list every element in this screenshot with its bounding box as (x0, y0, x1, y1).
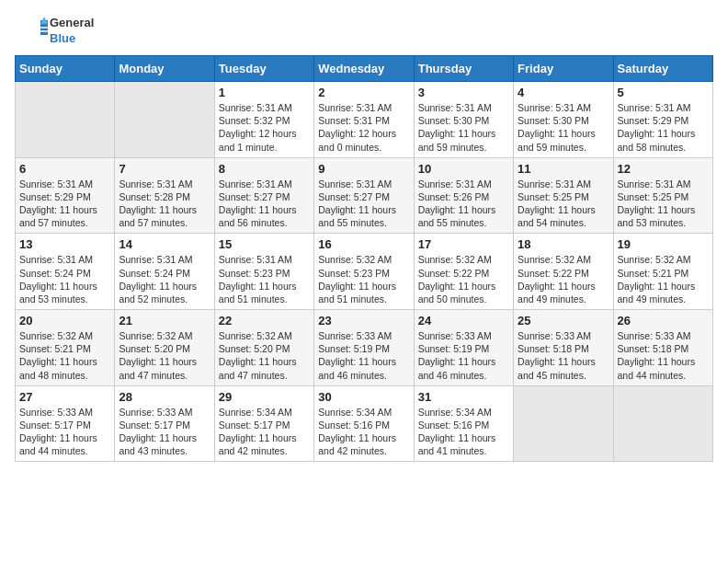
day-number: 5 (618, 86, 709, 99)
day-number: 4 (518, 86, 609, 99)
calendar-cell: 27Sunrise: 5:33 AM Sunset: 5:17 PM Dayli… (16, 385, 115, 462)
day-number: 8 (219, 162, 310, 176)
day-number: 19 (618, 237, 709, 251)
calendar-week-row: 20Sunrise: 5:32 AM Sunset: 5:21 PM Dayli… (16, 310, 713, 386)
calendar-cell: 16Sunrise: 5:32 AM Sunset: 5:23 PM Dayli… (314, 234, 414, 310)
day-info: Sunrise: 5:34 AM Sunset: 5:16 PM Dayligh… (418, 406, 509, 458)
day-number: 21 (119, 314, 210, 327)
day-number: 18 (518, 237, 609, 251)
day-info: Sunrise: 5:32 AM Sunset: 5:20 PM Dayligh… (119, 329, 210, 382)
calendar-cell: 31Sunrise: 5:34 AM Sunset: 5:16 PM Dayli… (414, 385, 513, 462)
calendar-cell: 15Sunrise: 5:31 AM Sunset: 5:23 PM Dayli… (214, 234, 313, 310)
calendar-cell (514, 385, 613, 462)
calendar-cell: 20Sunrise: 5:32 AM Sunset: 5:21 PM Dayli… (16, 310, 115, 386)
logo: General Blue (15, 15, 94, 48)
logo-blue-text: Blue (50, 31, 94, 47)
day-number: 25 (518, 314, 609, 327)
day-info: Sunrise: 5:31 AM Sunset: 5:25 PM Dayligh… (618, 178, 709, 230)
day-info: Sunrise: 5:31 AM Sunset: 5:29 PM Dayligh… (19, 178, 110, 230)
calendar-cell: 23Sunrise: 5:33 AM Sunset: 5:19 PM Dayli… (314, 310, 414, 386)
day-info: Sunrise: 5:32 AM Sunset: 5:20 PM Dayligh… (219, 329, 310, 382)
calendar-cell: 22Sunrise: 5:32 AM Sunset: 5:20 PM Dayli… (214, 310, 313, 386)
weekday-header-tuesday: Tuesday (214, 56, 313, 82)
day-number: 23 (318, 314, 409, 327)
day-number: 16 (318, 237, 409, 251)
calendar-week-row: 27Sunrise: 5:33 AM Sunset: 5:17 PM Dayli… (16, 385, 713, 462)
day-number: 15 (219, 237, 310, 251)
day-info: Sunrise: 5:31 AM Sunset: 5:27 PM Dayligh… (318, 178, 409, 230)
day-info: Sunrise: 5:33 AM Sunset: 5:17 PM Dayligh… (19, 406, 110, 458)
logo-general-text: General (50, 16, 94, 31)
weekday-header-monday: Monday (115, 56, 214, 82)
calendar-cell: 5Sunrise: 5:31 AM Sunset: 5:29 PM Daylig… (613, 82, 712, 158)
calendar-cell: 30Sunrise: 5:34 AM Sunset: 5:16 PM Dayli… (314, 385, 414, 462)
day-info: Sunrise: 5:33 AM Sunset: 5:19 PM Dayligh… (318, 329, 409, 382)
day-number: 1 (219, 86, 310, 99)
day-info: Sunrise: 5:31 AM Sunset: 5:28 PM Dayligh… (119, 178, 210, 230)
day-info: Sunrise: 5:31 AM Sunset: 5:26 PM Dayligh… (418, 178, 509, 230)
day-number: 13 (19, 237, 110, 251)
calendar-cell: 6Sunrise: 5:31 AM Sunset: 5:29 PM Daylig… (16, 157, 115, 234)
day-info: Sunrise: 5:32 AM Sunset: 5:21 PM Dayligh… (19, 329, 110, 382)
calendar-cell: 21Sunrise: 5:32 AM Sunset: 5:20 PM Dayli… (115, 310, 214, 386)
day-info: Sunrise: 5:33 AM Sunset: 5:17 PM Dayligh… (119, 406, 210, 458)
page-header: General Blue (15, 15, 713, 48)
calendar-cell (613, 385, 712, 462)
calendar-cell: 2Sunrise: 5:31 AM Sunset: 5:31 PM Daylig… (314, 82, 414, 158)
day-info: Sunrise: 5:32 AM Sunset: 5:22 PM Dayligh… (418, 253, 509, 305)
day-number: 2 (318, 86, 409, 99)
calendar-cell: 26Sunrise: 5:33 AM Sunset: 5:18 PM Dayli… (613, 310, 712, 386)
day-info: Sunrise: 5:34 AM Sunset: 5:17 PM Dayligh… (219, 406, 310, 458)
day-number: 27 (19, 390, 110, 404)
day-info: Sunrise: 5:31 AM Sunset: 5:30 PM Dayligh… (418, 101, 509, 154)
calendar-cell: 4Sunrise: 5:31 AM Sunset: 5:30 PM Daylig… (514, 82, 613, 158)
day-info: Sunrise: 5:31 AM Sunset: 5:27 PM Dayligh… (219, 178, 310, 230)
day-info: Sunrise: 5:34 AM Sunset: 5:16 PM Dayligh… (318, 406, 409, 458)
weekday-header-saturday: Saturday (613, 56, 712, 82)
day-number: 9 (318, 162, 409, 176)
day-number: 26 (618, 314, 709, 327)
calendar-cell: 18Sunrise: 5:32 AM Sunset: 5:22 PM Dayli… (514, 234, 613, 310)
day-number: 17 (418, 237, 509, 251)
day-number: 20 (19, 314, 110, 327)
calendar-cell: 19Sunrise: 5:32 AM Sunset: 5:21 PM Dayli… (613, 234, 712, 310)
day-info: Sunrise: 5:32 AM Sunset: 5:21 PM Dayligh… (618, 253, 709, 305)
calendar-cell: 9Sunrise: 5:31 AM Sunset: 5:27 PM Daylig… (314, 157, 414, 234)
day-number: 6 (19, 162, 110, 176)
calendar-cell: 1Sunrise: 5:31 AM Sunset: 5:32 PM Daylig… (214, 82, 313, 158)
calendar-cell: 17Sunrise: 5:32 AM Sunset: 5:22 PM Dayli… (414, 234, 513, 310)
weekday-header-row: SundayMondayTuesdayWednesdayThursdayFrid… (16, 56, 713, 82)
day-info: Sunrise: 5:33 AM Sunset: 5:19 PM Dayligh… (418, 329, 509, 382)
day-info: Sunrise: 5:31 AM Sunset: 5:23 PM Dayligh… (219, 253, 310, 305)
calendar-cell: 10Sunrise: 5:31 AM Sunset: 5:26 PM Dayli… (414, 157, 513, 234)
day-info: Sunrise: 5:32 AM Sunset: 5:23 PM Dayligh… (318, 253, 409, 305)
day-number: 29 (219, 390, 310, 404)
day-info: Sunrise: 5:31 AM Sunset: 5:30 PM Dayligh… (518, 101, 609, 154)
calendar-week-row: 13Sunrise: 5:31 AM Sunset: 5:24 PM Dayli… (16, 234, 713, 310)
day-info: Sunrise: 5:31 AM Sunset: 5:24 PM Dayligh… (19, 253, 110, 305)
day-info: Sunrise: 5:33 AM Sunset: 5:18 PM Dayligh… (518, 329, 609, 382)
day-number: 24 (418, 314, 509, 327)
calendar-cell: 8Sunrise: 5:31 AM Sunset: 5:27 PM Daylig… (214, 157, 313, 234)
calendar-cell (115, 82, 214, 158)
calendar-cell: 29Sunrise: 5:34 AM Sunset: 5:17 PM Dayli… (214, 385, 313, 462)
calendar-cell: 24Sunrise: 5:33 AM Sunset: 5:19 PM Dayli… (414, 310, 513, 386)
day-number: 28 (119, 390, 210, 404)
calendar-week-row: 1Sunrise: 5:31 AM Sunset: 5:32 PM Daylig… (16, 82, 713, 158)
calendar-cell: 7Sunrise: 5:31 AM Sunset: 5:28 PM Daylig… (115, 157, 214, 234)
day-number: 31 (418, 390, 509, 404)
calendar-table: SundayMondayTuesdayWednesdayThursdayFrid… (15, 55, 713, 462)
calendar-cell: 25Sunrise: 5:33 AM Sunset: 5:18 PM Dayli… (514, 310, 613, 386)
weekday-header-wednesday: Wednesday (314, 56, 414, 82)
day-info: Sunrise: 5:33 AM Sunset: 5:18 PM Dayligh… (618, 329, 709, 382)
day-info: Sunrise: 5:31 AM Sunset: 5:29 PM Dayligh… (618, 101, 709, 154)
logo-icon (15, 15, 48, 48)
day-number: 7 (119, 162, 210, 176)
calendar-week-row: 6Sunrise: 5:31 AM Sunset: 5:29 PM Daylig… (16, 157, 713, 234)
day-number: 11 (518, 162, 609, 176)
day-info: Sunrise: 5:31 AM Sunset: 5:24 PM Dayligh… (119, 253, 210, 305)
day-number: 30 (318, 390, 409, 404)
calendar-cell: 12Sunrise: 5:31 AM Sunset: 5:25 PM Dayli… (613, 157, 712, 234)
calendar-cell: 13Sunrise: 5:31 AM Sunset: 5:24 PM Dayli… (16, 234, 115, 310)
day-number: 10 (418, 162, 509, 176)
